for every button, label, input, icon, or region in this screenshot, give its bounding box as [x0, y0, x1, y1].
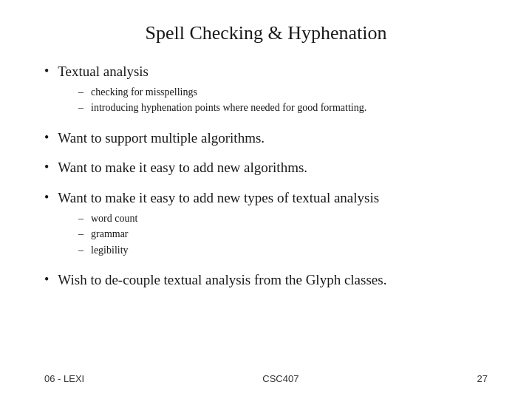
bullet-text-2: Want to support multiple algorithms. — [58, 129, 265, 149]
section-support-algorithms: • Want to support multiple algorithms. — [44, 129, 488, 151]
sub-text-grammar: grammar — [91, 227, 129, 242]
slide-title: Spell Checking & Hyphenation — [44, 22, 488, 44]
footer-left: 06 - LEXI — [44, 373, 84, 384]
sub-bullet-word-count: – word count — [78, 211, 488, 226]
bullet-support-algorithms: • Want to support multiple algorithms. — [44, 129, 488, 149]
sub-dash-5: – — [78, 245, 83, 256]
sub-bullets-textual-analysis: – checking for misspellings – introducin… — [78, 85, 488, 115]
sub-bullet-checking: – checking for misspellings — [78, 85, 488, 100]
sub-dash-2: – — [78, 102, 83, 114]
footer-center: CSC407 — [262, 373, 299, 384]
footer: 06 - LEXI CSC407 27 — [44, 366, 488, 384]
slide: Spell Checking & Hyphenation • Textual a… — [0, 0, 532, 399]
bullet-dot-1: • — [44, 64, 49, 79]
sub-dash-3: – — [78, 213, 83, 225]
bullet-textual-analysis: • Textual analysis — [44, 62, 488, 82]
bullet-add-algorithms: • Want to make it easy to add new algori… — [44, 158, 488, 178]
section-de-couple: • Wish to de-couple textual analysis fro… — [44, 270, 488, 293]
sub-bullet-grammar: – grammar — [78, 227, 488, 242]
footer-right: 27 — [477, 373, 488, 384]
section-textual-analysis: • Textual analysis – checking for misspe… — [44, 62, 488, 121]
section-add-types: • Want to make it easy to add new types … — [44, 188, 488, 263]
bullet-dot-5: • — [44, 272, 49, 287]
bullet-de-couple: • Wish to de-couple textual analysis fro… — [44, 270, 488, 290]
content-area: • Textual analysis – checking for misspe… — [44, 62, 488, 366]
sub-text-legibility: legibility — [91, 243, 129, 258]
bullet-dot-3: • — [44, 160, 49, 175]
bullet-dot-4: • — [44, 190, 49, 205]
sub-bullet-legibility: – legibility — [78, 243, 488, 258]
sub-text-word-count: word count — [91, 211, 137, 226]
section-add-algorithms: • Want to make it easy to add new algori… — [44, 158, 488, 181]
bullet-text-5: Wish to de-couple textual analysis from … — [58, 270, 386, 290]
sub-dash-1: – — [78, 86, 83, 98]
sub-text-checking: checking for misspellings — [91, 85, 197, 100]
sub-bullet-hyphenation: – introducing hyphenation points where n… — [78, 100, 488, 115]
sub-bullets-types: – word count – grammar – legibility — [78, 211, 488, 258]
sub-text-hyphenation: introducing hyphenation points where nee… — [91, 100, 366, 115]
bullet-text-3: Want to make it easy to add new algorith… — [58, 158, 307, 178]
bullet-text-4: Want to make it easy to add new types of… — [58, 188, 379, 208]
bullet-dot-2: • — [44, 130, 49, 146]
bullet-text-1: Textual analysis — [58, 62, 149, 82]
bullet-add-types: • Want to make it easy to add new types … — [44, 188, 488, 208]
sub-dash-4: – — [78, 228, 83, 240]
